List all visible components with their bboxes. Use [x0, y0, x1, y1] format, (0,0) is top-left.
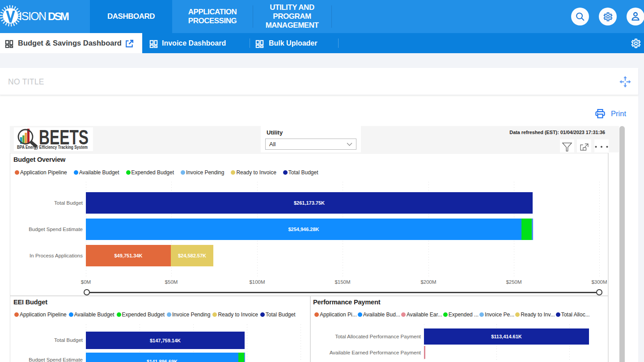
svg-text:BPA Energy Efficiency Tracking: BPA Energy Efficiency Tracking System — [17, 144, 88, 150]
svg-text:DSM: DSM — [48, 10, 69, 22]
svg-text:ISION: ISION — [19, 10, 47, 22]
